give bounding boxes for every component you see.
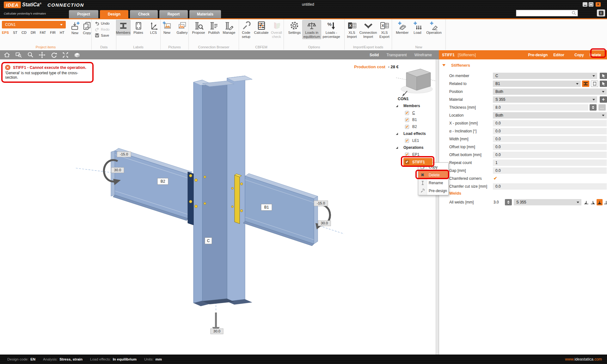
code-ht[interactable]: HT <box>60 31 64 34</box>
close-button[interactable]: ✕ <box>596 2 601 7</box>
zoom-icon[interactable] <box>27 51 34 59</box>
plate-mode-button[interactable] <box>591 81 598 87</box>
weld-size-value[interactable]: 3.0 <box>494 200 499 204</box>
rotate-icon[interactable] <box>50 51 58 59</box>
tree-item-c[interactable]: ✔ C <box>395 109 436 116</box>
loads-percentage-button[interactable]: % Loads - percentage <box>322 20 341 39</box>
tab-design[interactable]: Design <box>100 10 128 18</box>
related-to-dropdown[interactable]: B1 <box>493 81 581 87</box>
dim-b2-rotation[interactable]: 30.0 <box>111 167 124 173</box>
publish-button[interactable]: Publish <box>206 20 221 35</box>
code-fir[interactable]: FIR <box>50 31 56 34</box>
zoom-window-icon[interactable] <box>15 51 22 59</box>
search-box[interactable] <box>516 10 578 16</box>
tree-section-members[interactable]: Members <box>395 102 436 109</box>
undo-button[interactable]: Undo <box>94 20 111 26</box>
project-item-combo[interactable]: CON1 <box>2 21 66 28</box>
checkbox-checked[interactable]: ✔ <box>405 153 409 157</box>
checkbox-checked[interactable]: ✔ <box>405 125 409 129</box>
fit-view-icon[interactable] <box>62 51 69 59</box>
tab-materials[interactable]: Materials <box>189 10 221 18</box>
xls-export-button[interactable]: X XLS Export <box>377 20 392 39</box>
member-b1-beam[interactable] <box>243 173 318 246</box>
member-mode-button[interactable] <box>582 81 589 87</box>
members-button[interactable]: Members <box>116 20 131 35</box>
mode-wireframe[interactable]: Wireframe <box>414 53 432 57</box>
offset-bottom-input[interactable]: 0.0 <box>493 152 607 158</box>
position-dropdown[interactable]: Both <box>493 88 607 95</box>
checkbox-checked[interactable]: ✔ <box>405 111 409 115</box>
propose-button[interactable]: Propose <box>191 20 206 35</box>
dim-b1-offset[interactable]: -15.0 <box>314 201 328 206</box>
label-b2[interactable]: B2 <box>157 178 168 185</box>
dim-bottom-load[interactable]: 30.0 <box>211 329 223 334</box>
weld-type-fillet-icon[interactable] <box>603 199 607 205</box>
overall-check-button[interactable]: Overall check <box>269 20 284 39</box>
copy-action[interactable]: Copy <box>572 53 587 57</box>
tree-item-ep1[interactable]: ✔ EP1 <box>395 151 436 158</box>
new-picture-button[interactable]: New <box>160 20 174 35</box>
checkbox-checked[interactable]: ✔ <box>405 160 409 164</box>
gap-input[interactable]: 0.0 <box>493 167 607 174</box>
location-dropdown[interactable]: Both <box>493 112 607 118</box>
weld-type-both-icon[interactable] <box>597 199 603 205</box>
checkbox-checked[interactable]: ✔ <box>405 139 409 143</box>
pick-member-button[interactable] <box>600 73 607 79</box>
tree-root-con1[interactable]: CON1 <box>395 95 436 102</box>
weld-type-right-icon[interactable] <box>590 199 596 205</box>
delete-action[interactable]: Delete <box>587 53 604 57</box>
tree-section-operations[interactable]: Operations <box>395 144 436 151</box>
menu-item-predesign[interactable]: Pre-design <box>418 187 448 195</box>
dim-b2-offset[interactable]: -15.0 <box>117 152 131 157</box>
x-position-input[interactable]: 0.0 <box>493 120 607 126</box>
code-dr[interactable]: DR <box>31 31 36 34</box>
website-link[interactable]: www.ideastatica.com <box>565 357 602 361</box>
code-setup-button[interactable]: Code setup <box>239 20 254 39</box>
mode-transparent[interactable]: Transparent <box>386 53 407 57</box>
info-button[interactable]: i <box>597 9 605 16</box>
navigation-cube[interactable] <box>396 69 436 97</box>
connection-import-button[interactable]: Connection Import <box>360 20 377 39</box>
label-c[interactable]: C <box>205 238 212 244</box>
settings-button[interactable]: Settings <box>287 20 302 35</box>
repeat-count-input[interactable]: 1 <box>493 160 607 166</box>
home-view-icon[interactable] <box>3 51 11 59</box>
new-load-button[interactable]: Load <box>410 20 425 35</box>
label-b1[interactable]: B1 <box>261 204 272 210</box>
tab-project[interactable]: Project <box>69 10 98 18</box>
tree-item-b1[interactable]: ✔ B1 <box>395 116 436 123</box>
tree-item-stiff1-selected[interactable]: ✔ STIFF1 <box>403 158 432 166</box>
gallery-button[interactable]: Gallery <box>175 20 189 35</box>
member-b2-beam[interactable] <box>111 148 193 225</box>
panel-splitter[interactable] <box>436 59 439 355</box>
search-input[interactable] <box>518 10 572 16</box>
tree-item-le1[interactable]: ✔ LE1 <box>395 137 436 144</box>
menu-item-rename[interactable]: Rename <box>418 179 448 187</box>
thickness-input[interactable]: 8.0 <box>493 104 588 111</box>
save-button[interactable]: Save <box>94 32 111 38</box>
editor-action[interactable]: Editor <box>550 53 567 57</box>
checkbox-checked[interactable]: ✔ <box>494 176 497 181</box>
collapse-icon[interactable] <box>396 133 398 135</box>
weld-type-left-icon[interactable] <box>583 199 589 205</box>
thickness-more-button[interactable]: ... <box>598 104 606 111</box>
dim-b1-rotation[interactable]: 30.0 <box>318 221 331 226</box>
tab-check[interactable]: Check <box>130 10 158 18</box>
material-dropdown[interactable]: S 355 <box>493 96 597 103</box>
minimize-button[interactable] <box>583 2 587 7</box>
tree-section-load-effects[interactable]: Load effects <box>395 130 436 137</box>
lcs-button[interactable]: LCS <box>146 20 161 35</box>
offset-top-input[interactable]: 0.0 <box>493 144 607 150</box>
inclination-input[interactable]: 0.0 <box>493 128 607 134</box>
code-fat[interactable]: FAT <box>40 31 46 34</box>
menu-item-delete[interactable]: ✖ Delete <box>418 171 448 179</box>
weld-material-dropdown[interactable]: S 355 <box>514 199 581 205</box>
new-operation-button[interactable]: Operation <box>426 20 443 35</box>
solid-box-icon[interactable] <box>73 51 81 59</box>
width-input[interactable]: 0.0 <box>493 136 607 142</box>
weld-size-stepper[interactable] <box>505 199 512 205</box>
chamfer-cut-size-input[interactable]: 0.0 <box>493 183 607 190</box>
pick-related-button[interactable] <box>600 81 607 87</box>
redo-button[interactable]: Redo <box>94 26 111 32</box>
calculate-button[interactable]: Calculate <box>254 20 269 35</box>
